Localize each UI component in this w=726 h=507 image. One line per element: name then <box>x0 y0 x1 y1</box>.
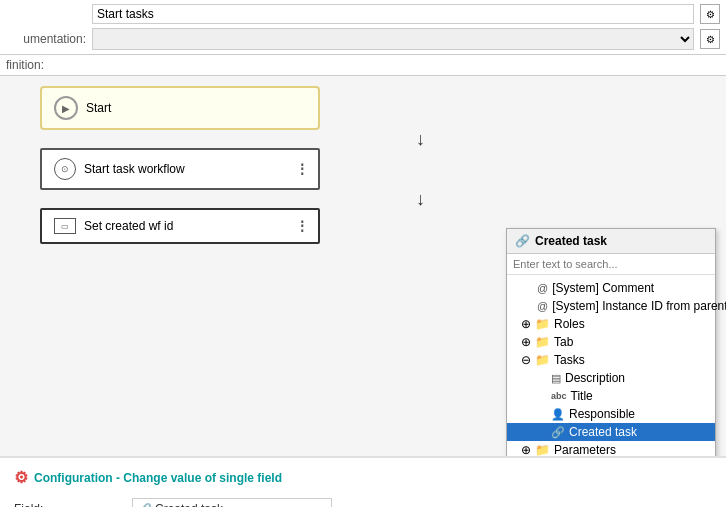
node1-menu[interactable]: ⋮ <box>295 161 310 177</box>
dp-icon-comment: @ <box>537 282 548 294</box>
start-node: ▶ Start <box>40 86 320 130</box>
dp-section-tasks[interactable]: ⊖ 📁 Tasks <box>507 351 715 369</box>
dp-header-icon: 🔗 <box>515 234 530 248</box>
node1[interactable]: ⊙ Start task workflow ⋮ <box>40 148 320 190</box>
dp-label-roles: Roles <box>554 317 585 331</box>
dp-label-instance: [System] Instance ID from parent <box>552 299 726 313</box>
red-arrow-field: ← <box>344 497 364 507</box>
main-area: ▶ Start ↓ ⊙ Start task workflow ⋮ ↓ ▭ Se… <box>0 76 726 456</box>
dp-header: 🔗 Created task <box>507 229 715 254</box>
field-input-text: Created task <box>155 502 223 508</box>
dp-item-created-task[interactable]: 🔗 Created task <box>507 423 715 441</box>
config-panel: ⚙ Configuration - Change value of single… <box>0 456 726 507</box>
config-title-icon: ⚙ <box>14 468 28 487</box>
node1-wrapper: ⊙ Start task workflow ⋮ <box>10 148 716 190</box>
dp-label-created-task: Created task <box>569 425 637 439</box>
field-row: Field: 🔗 Created task ← <box>14 497 712 507</box>
dp-icon-instance: @ <box>537 300 548 312</box>
top-bar: ⚙ umentation: ⚙ <box>0 0 726 55</box>
dp-icon-created-task: 🔗 <box>551 426 565 439</box>
dp-icon-parameters: 📁 <box>535 443 550 456</box>
dp-label-responsible: Responsible <box>569 407 635 421</box>
name-input[interactable] <box>92 4 694 24</box>
dp-label-description: Description <box>565 371 625 385</box>
dp-icon-responsible: 👤 <box>551 408 565 421</box>
dp-expand-tab: ⊕ <box>521 335 531 349</box>
dp-item-instance[interactable]: @ [System] Instance ID from parent <box>507 297 715 315</box>
node1-icon: ⊙ <box>54 158 76 180</box>
dp-title: Created task <box>535 234 607 248</box>
field-input[interactable]: 🔗 Created task <box>132 498 332 508</box>
play-icon: ▶ <box>54 96 78 120</box>
dp-icon-roles: 📁 <box>535 317 550 331</box>
dp-label-tasks: Tasks <box>554 353 585 367</box>
doc-select[interactable] <box>92 28 694 50</box>
definition-bar: finition: <box>0 55 726 76</box>
dp-label-tab: Tab <box>554 335 573 349</box>
dp-item-title[interactable]: abc Title <box>507 387 715 405</box>
dp-section-parameters[interactable]: ⊕ 📁 Parameters <box>507 441 715 456</box>
dp-item-description[interactable]: ▤ Description <box>507 369 715 387</box>
config-title-text: Configuration - Change value of single f… <box>34 471 282 485</box>
dp-icon-tasks: 📁 <box>535 353 550 367</box>
config-title: ⚙ Configuration - Change value of single… <box>14 468 712 487</box>
def-label: finition: <box>6 58 44 72</box>
workflow-canvas: ▶ Start ↓ ⊙ Start task workflow ⋮ ↓ ▭ Se… <box>0 76 726 456</box>
name-action-btn[interactable]: ⚙ <box>700 4 720 24</box>
dp-item-responsible[interactable]: 👤 Responsible <box>507 405 715 423</box>
arrow2: ↓ <box>125 190 716 208</box>
dp-label-parameters: Parameters <box>554 443 616 456</box>
dropdown-panel: 🔗 Created task @ [System] Comment @ [Sys… <box>506 228 716 456</box>
node2-menu[interactable]: ⋮ <box>295 218 310 234</box>
dp-expand-tasks: ⊖ <box>521 353 531 367</box>
node2-icon: ▭ <box>54 218 76 234</box>
node1-label: Start task workflow <box>84 162 185 176</box>
dp-expand-parameters: ⊕ <box>521 443 531 456</box>
dp-expand-roles: ⊕ <box>521 317 531 331</box>
node2-wrapper: ▭ Set created wf id ⋮ 🔗 Created task @ [… <box>10 208 716 244</box>
node2[interactable]: ▭ Set created wf id ⋮ <box>40 208 320 244</box>
doc-action-btn[interactable]: ⚙ <box>700 29 720 49</box>
dp-label-comment: [System] Comment <box>552 281 654 295</box>
arrow1: ↓ <box>125 130 716 148</box>
dp-tree: @ [System] Comment @ [System] Instance I… <box>507 275 715 456</box>
dp-label-title: Title <box>571 389 593 403</box>
field-input-icon: 🔗 <box>139 503 151 507</box>
dp-section-roles[interactable]: ⊕ 📁 Roles <box>507 315 715 333</box>
dp-item-comment[interactable]: @ [System] Comment <box>507 279 715 297</box>
field-label: Field: <box>14 502 124 508</box>
dp-icon-tab: 📁 <box>535 335 550 349</box>
dp-icon-title: abc <box>551 391 567 401</box>
dp-section-tab[interactable]: ⊕ 📁 Tab <box>507 333 715 351</box>
dp-icon-description: ▤ <box>551 372 561 385</box>
doc-label: umentation: <box>6 32 86 46</box>
dp-search[interactable] <box>507 254 715 275</box>
node2-label: Set created wf id <box>84 219 173 233</box>
start-label: Start <box>86 101 111 115</box>
